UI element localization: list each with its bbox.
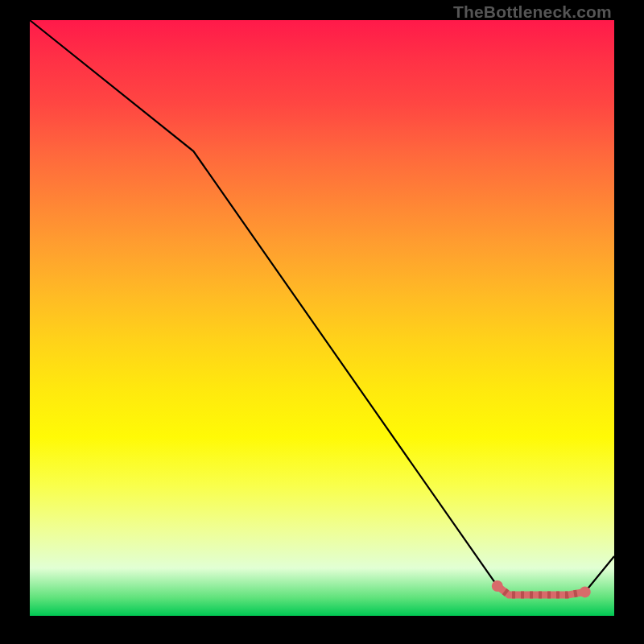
chart-svg xyxy=(30,20,614,616)
highlight-segment xyxy=(492,580,591,597)
highlight-end-dot xyxy=(580,586,591,597)
chart-container: TheBottleneck.com xyxy=(0,0,644,644)
highlight-start-dot xyxy=(492,580,503,592)
line-series xyxy=(30,20,614,595)
bottleneck-curve-path xyxy=(30,20,614,595)
watermark-text: TheBottleneck.com xyxy=(453,2,612,22)
